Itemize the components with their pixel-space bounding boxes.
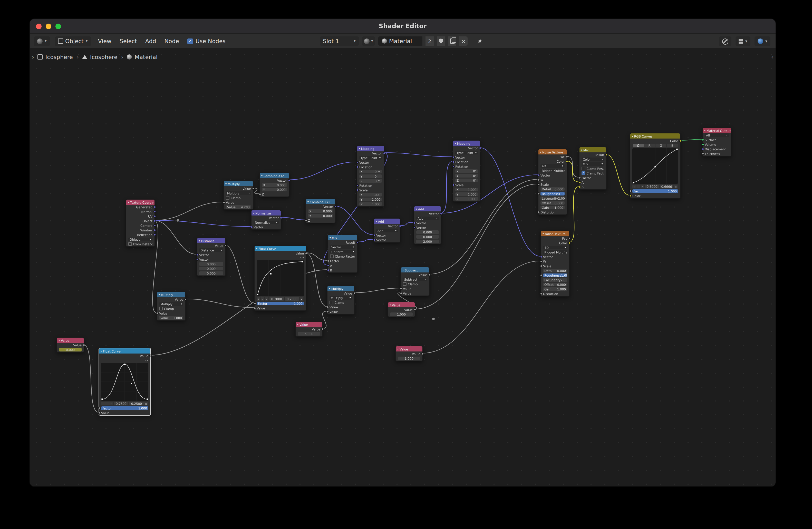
slider-roughness[interactable]: Roughness1.000: [543, 274, 567, 277]
node-header-floatcurve1[interactable]: ▾Float Curve: [255, 246, 306, 251]
node-value4[interactable]: ▾ValueValue0.000: [56, 337, 84, 352]
socket-v2[interactable]: [400, 292, 402, 295]
socket-location[interactable]: [356, 166, 359, 168]
node-header-subtract[interactable]: ▾Subtract: [401, 267, 429, 273]
unlink-material-button[interactable]: ×: [459, 36, 468, 46]
socket-b[interactable]: [327, 269, 329, 271]
node-value2[interactable]: ▾ValueValue1.000: [388, 302, 415, 317]
collapse-node-icon[interactable]: ▾: [632, 135, 633, 137]
collapse-node-icon[interactable]: ▾: [329, 287, 330, 290]
node-mapping1[interactable]: ▾MappingVectorTypePoint▾VectorLocationX0…: [357, 145, 385, 207]
node-matout[interactable]: ▾Material OutputAll▾SurfaceVolumeDisplac…: [702, 127, 731, 157]
node-distance[interactable]: ▾DistanceValueDistance▾VectorVector0.000…: [197, 238, 226, 276]
number-field-z[interactable]: Z0 m: [359, 179, 382, 183]
dropdown-4d[interactable]: 4D▾: [543, 246, 567, 249]
material-user-count[interactable]: 2: [425, 36, 434, 46]
socket-vector[interactable]: [440, 212, 442, 215]
socket-reflection[interactable]: [153, 233, 156, 236]
curve-point-coord-field[interactable]: 0.3000: [645, 185, 659, 188]
number-field-z[interactable]: Z1.000: [359, 202, 382, 206]
socket-generated[interactable]: [153, 206, 156, 208]
node-add2[interactable]: ▾AddVectorAdd▾VectorVector0.0000.0002.00…: [414, 206, 441, 244]
number-field-y[interactable]: Y1.000: [359, 197, 382, 201]
number-field-x[interactable]: X1.000: [359, 193, 382, 196]
collapse-node-icon[interactable]: ▾: [397, 348, 398, 350]
socket-w[interactable]: [537, 179, 540, 181]
socket-v1[interactable]: [373, 234, 375, 237]
socket-fac[interactable]: [629, 190, 632, 192]
socket-v1[interactable]: [222, 201, 225, 204]
node-header-multiply3[interactable]: ▾Multiply: [328, 286, 354, 291]
reroute-node[interactable]: [176, 218, 179, 222]
number-field-value[interactable]: Value1.000: [159, 316, 183, 320]
slider-fac[interactable]: Fac1.000: [632, 189, 678, 193]
curve-point-coord-field[interactable]: 0.7500: [114, 402, 128, 405]
checkbox-clamp[interactable]: [159, 307, 163, 310]
curve-point-coord-field[interactable]: 0.6666: [660, 185, 673, 188]
collapse-node-icon[interactable]: ▾: [330, 236, 331, 239]
socket-in[interactable]: [98, 412, 100, 414]
node-header-add1[interactable]: ▾Add: [374, 219, 400, 224]
dropdown-multiply[interactable]: Multiply▾: [226, 191, 251, 195]
node-combine1[interactable]: ▾Combine XYZVectorX0.000Y0.000Z: [259, 172, 289, 197]
node-header-value4[interactable]: ▾Value: [57, 338, 84, 343]
dropdown-distance[interactable]: Distance▾: [199, 248, 223, 252]
socket-value[interactable]: [414, 308, 416, 311]
collapse-node-icon[interactable]: ▾: [359, 147, 360, 150]
socket-camera[interactable]: [153, 224, 156, 227]
node-noise1[interactable]: ▾Noise TextureFacColor4D▾Ridged Multifra…: [538, 149, 567, 215]
socket-vecin[interactable]: [250, 226, 253, 228]
slider-factor[interactable]: Factor1.000: [257, 302, 304, 305]
node-mapping2[interactable]: ▾MappingVectorTypePoint▾VectorLocationRo…: [453, 140, 480, 202]
curve-point-coord-field[interactable]: 0.3000: [270, 297, 284, 301]
socket-v2[interactable]: [413, 226, 416, 229]
collapse-node-icon[interactable]: ▾: [402, 269, 404, 271]
number-field-detail[interactable]: Detail0.000: [543, 269, 567, 273]
socket-value[interactable]: [82, 344, 85, 346]
collapse-node-icon[interactable]: ▾: [390, 304, 391, 306]
socket-rotation[interactable]: [452, 165, 454, 168]
node-add1[interactable]: ▾AddVectorAdd▾VectorVector: [374, 218, 400, 243]
socket-color[interactable]: [679, 139, 681, 142]
curve-presets-icon[interactable]: •: [300, 256, 302, 259]
node-header-matout[interactable]: ▾Material Output: [703, 128, 731, 133]
socket-v1[interactable]: [156, 312, 158, 314]
dropdown-point[interactable]: TypePoint▾: [359, 156, 382, 160]
socket-distortion[interactable]: [537, 211, 540, 214]
node-floatcurve1[interactable]: ▾Float CurveValue•▾+−•0.30000.7000×Facto…: [254, 245, 306, 311]
zoom-in-icon[interactable]: +: [632, 185, 636, 188]
menu-add[interactable]: Add: [145, 38, 156, 44]
node-normalize[interactable]: ▾NormalizeVectorNormalize▾Vector: [251, 210, 281, 230]
collapse-node-icon[interactable]: ▾: [101, 350, 102, 352]
node-header-rgbcurves[interactable]: ▾RGB Curves: [630, 133, 680, 138]
delete-point-icon[interactable]: ×: [300, 297, 303, 301]
collapse-node-icon[interactable]: ▾: [704, 129, 706, 132]
node-value3[interactable]: ▾ValueValue1.000: [395, 346, 423, 361]
socket-v2[interactable]: [326, 310, 329, 313]
node-header-mapping1[interactable]: ▾Mapping: [357, 146, 384, 151]
socket-value[interactable]: [421, 352, 424, 355]
editor-type-button[interactable]: ▾: [34, 36, 50, 46]
node-header-distance[interactable]: ▾Distance: [197, 238, 225, 243]
number-field-value[interactable]: 1.000: [398, 357, 420, 360]
curve-presets-icon[interactable]: •: [144, 359, 146, 362]
collapse-node-icon[interactable]: ▾: [455, 142, 456, 144]
collapse-node-icon[interactable]: ▾: [253, 212, 254, 214]
socket-vector[interactable]: [279, 217, 282, 219]
node-multiply3[interactable]: ▾MultiplyValueMultiply▾ClampValueValue: [327, 285, 355, 314]
material-slot-dropdown[interactable]: Slot 1 ▾: [320, 36, 359, 46]
node-header-combine1[interactable]: ▾Combine XYZ: [260, 173, 289, 178]
socket-colorin[interactable]: [629, 194, 632, 197]
number-field-z[interactable]: Z0°: [455, 179, 478, 182]
options-icon[interactable]: •: [641, 185, 644, 188]
number-field-x[interactable]: X0.000: [262, 183, 287, 187]
socket-surface[interactable]: [701, 138, 704, 141]
checkbox-clamp[interactable]: [403, 282, 407, 286]
socket-color[interactable]: [568, 242, 570, 244]
socket-factor[interactable]: [327, 260, 329, 262]
socket-value[interactable]: [305, 252, 307, 254]
dropdown-all[interactable]: All▾: [705, 133, 729, 137]
node-header-add2[interactable]: ▾Add: [414, 206, 441, 211]
collapse-node-icon[interactable]: ▾: [59, 339, 60, 341]
node-header-mix2[interactable]: ▾Mix: [579, 147, 606, 152]
